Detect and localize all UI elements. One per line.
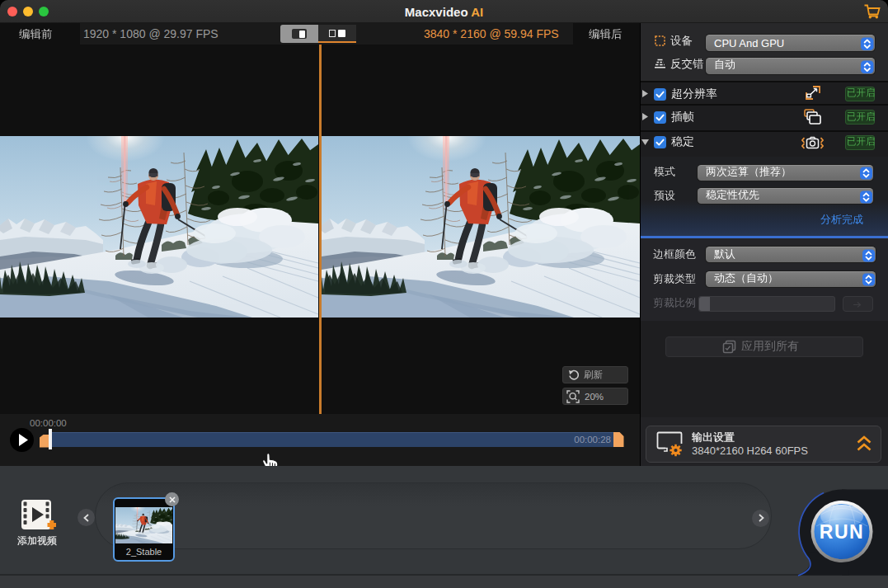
svg-text:RUN: RUN xyxy=(820,521,864,543)
